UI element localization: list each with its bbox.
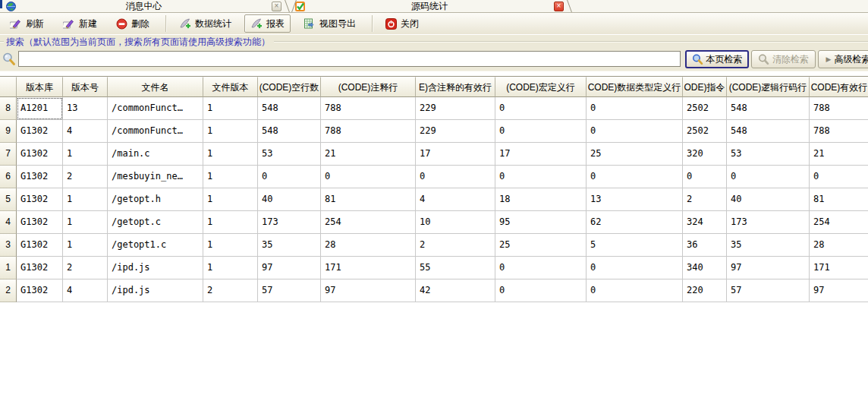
cell[interactable]: 0 <box>587 257 683 279</box>
row-number[interactable]: 4 <box>0 211 17 234</box>
cell[interactable]: 57 <box>727 279 810 302</box>
row-number[interactable]: 8 <box>0 97 17 120</box>
cell[interactable]: 1 <box>203 166 258 188</box>
cell[interactable]: 53 <box>258 143 321 166</box>
cell[interactable]: G1302 <box>17 257 63 279</box>
column-header[interactable]: (CODE)注释行 <box>321 77 416 97</box>
cell[interactable]: 1 <box>203 120 258 143</box>
cell[interactable]: 97 <box>727 257 810 279</box>
row-number[interactable]: 6 <box>0 166 17 188</box>
cell[interactable]: 97 <box>258 257 321 279</box>
cell[interactable]: 171 <box>321 257 416 279</box>
cell[interactable]: 2 <box>203 279 258 302</box>
cell[interactable]: 17 <box>495 143 587 166</box>
cell[interactable]: 1 <box>203 211 258 234</box>
cell[interactable]: 13 <box>63 97 108 120</box>
cell[interactable]: 1 <box>203 97 258 120</box>
cell[interactable]: G1302 <box>17 120 63 143</box>
cell[interactable]: 171 <box>810 257 868 279</box>
cell[interactable]: 53 <box>727 143 810 166</box>
cell[interactable]: 173 <box>258 211 321 234</box>
cell[interactable]: G1302 <box>17 279 63 302</box>
cell[interactable]: 0 <box>495 279 587 302</box>
cell[interactable]: 0 <box>810 166 868 188</box>
row-number[interactable]: 9 <box>0 120 17 143</box>
tab-source-stats[interactable]: 源码统计 × <box>294 0 569 12</box>
column-header[interactable]: (CODE)空行数 <box>258 77 321 97</box>
cell[interactable]: /commonFunct… <box>108 120 203 143</box>
cell[interactable]: 788 <box>810 120 868 143</box>
column-header[interactable]: (CODE)逻辑行码行 <box>727 77 810 97</box>
data-statistics-button[interactable]: 数据统计 <box>173 14 237 33</box>
cell[interactable]: 21 <box>321 143 416 166</box>
cell[interactable]: 548 <box>258 97 321 120</box>
cell[interactable]: 548 <box>727 120 810 143</box>
cell[interactable]: 1 <box>203 257 258 279</box>
cell[interactable]: 35 <box>727 234 810 257</box>
cell[interactable]: 254 <box>321 211 416 234</box>
column-header[interactable]: 版本库 <box>17 77 63 97</box>
row-number[interactable]: 5 <box>0 188 17 211</box>
cell[interactable]: 2502 <box>683 120 727 143</box>
cell[interactable]: 1 <box>63 188 108 211</box>
cell[interactable]: 1 <box>63 234 108 257</box>
cell[interactable]: 548 <box>727 97 810 120</box>
cell[interactable]: 0 <box>727 166 810 188</box>
cell[interactable]: 0 <box>495 97 587 120</box>
cell[interactable]: 2502 <box>683 97 727 120</box>
cell[interactable]: 2 <box>416 234 495 257</box>
cell[interactable]: A1201 <box>17 97 63 120</box>
cell[interactable]: 0 <box>416 166 495 188</box>
cell[interactable]: 21 <box>810 143 868 166</box>
cell[interactable]: 254 <box>810 211 868 234</box>
search-input[interactable] <box>18 51 681 67</box>
cell[interactable]: 1 <box>203 234 258 257</box>
cell[interactable]: 220 <box>683 279 727 302</box>
cell[interactable]: 0 <box>258 166 321 188</box>
cell[interactable]: 0 <box>587 279 683 302</box>
cell[interactable]: 229 <box>416 120 495 143</box>
column-header[interactable]: ODE)指令 <box>683 77 727 97</box>
cell[interactable]: 10 <box>416 211 495 234</box>
cell[interactable]: /main.c <box>108 143 203 166</box>
cell[interactable]: 173 <box>727 211 810 234</box>
cell[interactable]: 95 <box>495 211 587 234</box>
cell[interactable]: 5 <box>587 234 683 257</box>
column-header[interactable]: 文件名 <box>108 77 203 97</box>
cell[interactable]: /ipd.js <box>108 279 203 302</box>
cell[interactable]: 0 <box>495 120 587 143</box>
cell[interactable]: 2 <box>63 257 108 279</box>
tab-message-center[interactable]: 消息中心 × <box>0 0 287 12</box>
advanced-search-button[interactable]: ▶ 高级检索 <box>818 50 868 68</box>
cell[interactable]: 0 <box>587 97 683 120</box>
cell[interactable]: /commonFunct… <box>108 97 203 120</box>
row-number[interactable]: 7 <box>0 143 17 166</box>
cell[interactable]: 25 <box>495 234 587 257</box>
cell[interactable]: 788 <box>321 120 416 143</box>
cell[interactable]: G1302 <box>17 143 63 166</box>
row-number[interactable]: 3 <box>0 234 17 257</box>
cell[interactable]: 40 <box>258 188 321 211</box>
cell[interactable]: 97 <box>810 279 868 302</box>
cell[interactable]: 2 <box>63 166 108 188</box>
refresh-button[interactable]: 刷新 <box>4 14 50 33</box>
cell[interactable]: 0 <box>587 120 683 143</box>
cell[interactable]: G1302 <box>17 166 63 188</box>
cell[interactable]: 320 <box>683 143 727 166</box>
cell[interactable]: 81 <box>810 188 868 211</box>
cell[interactable]: 340 <box>683 257 727 279</box>
cell[interactable]: 17 <box>416 143 495 166</box>
tab-close-icon[interactable]: × <box>272 2 281 11</box>
cell[interactable]: /mesbuyin_ne… <box>108 166 203 188</box>
cell[interactable]: 0 <box>495 166 587 188</box>
cell[interactable]: 1 <box>203 143 258 166</box>
cell[interactable]: 1 <box>203 188 258 211</box>
cell[interactable]: /getopt1.c <box>108 234 203 257</box>
cell[interactable]: 788 <box>810 97 868 120</box>
cell[interactable]: /getopt.c <box>108 211 203 234</box>
cell[interactable]: 81 <box>321 188 416 211</box>
cell[interactable]: 97 <box>321 279 416 302</box>
cell[interactable]: 35 <box>258 234 321 257</box>
cell[interactable]: 57 <box>258 279 321 302</box>
cell[interactable]: 55 <box>416 257 495 279</box>
